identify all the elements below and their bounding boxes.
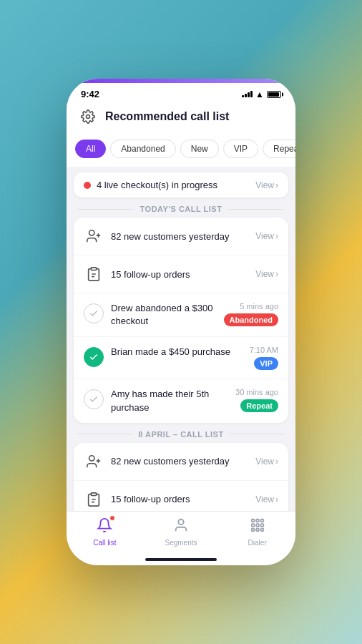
filter-chip-all[interactable]: All [75, 140, 106, 158]
brian-call-item: Brian made a $450 purchase 7:10 AM VIP [74, 337, 288, 379]
drew-item-title: Drew abandoned a $300 checkout [111, 302, 217, 328]
svg-rect-16 [260, 519, 263, 522]
nav-item-dialer[interactable]: Dialer [219, 517, 295, 547]
new-customers-view-link[interactable]: View› [255, 231, 278, 241]
live-indicator-dot [84, 182, 91, 189]
gear-icon[interactable] [78, 107, 98, 127]
nav-call-list-label: Call list [93, 539, 116, 547]
amy-badge: Repeat [240, 399, 278, 412]
signal-icon [242, 91, 253, 97]
april-follow-up-text: 15 follow-up orders [111, 494, 248, 504]
svg-rect-10 [91, 493, 96, 496]
nav-segments-label: Segments [165, 539, 197, 547]
amy-item-content: Amy has made their 5th purchase [111, 388, 228, 414]
april-new-customers-view-link[interactable]: View› [255, 457, 278, 467]
april-person-add-icon [84, 452, 104, 472]
april-new-customers-row: 82 new customers yesterday View› [74, 443, 288, 481]
amy-item-meta: 30 mins ago Repeat [235, 388, 278, 412]
filter-chip-vip[interactable]: VIP [223, 140, 258, 158]
svg-point-0 [87, 115, 90, 119]
battery-icon [267, 91, 281, 98]
live-left: 4 live checkout(s) in progress [84, 180, 217, 190]
dialpad-icon [250, 517, 265, 537]
amy-check-circle[interactable] [84, 389, 104, 409]
new-customers-text: 82 new customers yesterday [111, 231, 248, 242]
amy-call-item: Amy has made their 5th purchase 30 mins … [74, 379, 288, 422]
follow-up-orders-text: 15 follow-up orders [111, 269, 248, 280]
status-time: 9:42 [81, 89, 99, 99]
today-call-list-card: 82 new customers yesterday View› 15 foll… [74, 218, 288, 423]
svg-rect-15 [256, 519, 259, 522]
scroll-content: 4 live checkout(s) in progress View › TO… [67, 167, 295, 511]
svg-rect-21 [256, 529, 259, 532]
live-checkout-text: 4 live checkout(s) in progress [97, 180, 217, 190]
follow-up-orders-row: 15 follow-up orders View› [74, 255, 288, 293]
clipboard-icon [84, 264, 104, 284]
person-icon [173, 517, 189, 537]
bottom-nav: Call list Segments [67, 511, 295, 555]
april-follow-up-view-link[interactable]: View› [255, 494, 278, 504]
filter-chip-abandoned[interactable]: Abandoned [110, 140, 175, 158]
svg-rect-14 [251, 519, 254, 522]
person-add-icon [84, 226, 104, 246]
svg-point-13 [178, 519, 183, 525]
filter-chip-new[interactable]: New [180, 140, 219, 158]
filter-chip-repeat[interactable]: Repeat [263, 140, 295, 158]
header: Recommended call list [67, 102, 295, 134]
amy-item-title: Amy has made their 5th purchase [111, 388, 228, 414]
brian-badge: VIP [254, 357, 278, 370]
status-icons: ▲ [242, 89, 281, 99]
april-clipboard-icon [84, 489, 104, 509]
notification-badge [109, 515, 115, 521]
brian-item-title: Brian made a $450 purchase [111, 346, 243, 358]
nav-item-segments[interactable]: Segments [143, 517, 220, 547]
drew-item-meta: 5 mins ago Abandoned [224, 302, 279, 326]
live-checkout-banner: 4 live checkout(s) in progress View › [74, 172, 288, 197]
follow-up-view-link[interactable]: View› [255, 269, 278, 279]
live-view-link[interactable]: View › [255, 180, 278, 190]
wifi-icon: ▲ [255, 89, 264, 99]
phone-frame: 9:42 ▲ Recommended call list All Aban [67, 79, 295, 565]
svg-rect-4 [91, 268, 96, 270]
amy-item-time: 30 mins ago [235, 388, 278, 396]
brian-item-content: Brian made a $450 purchase [111, 346, 243, 358]
april-call-list-card: 82 new customers yesterday View› 15 foll… [74, 443, 288, 511]
status-bar: 9:42 ▲ [67, 83, 295, 102]
svg-rect-17 [251, 524, 254, 527]
page-title: Recommended call list [105, 110, 229, 123]
home-indicator [67, 555, 295, 565]
brian-check-circle[interactable] [84, 347, 104, 367]
svg-rect-19 [260, 524, 263, 527]
svg-rect-18 [256, 524, 259, 527]
svg-rect-20 [251, 529, 254, 532]
today-section-label: TODAY'S CALL LIST [67, 205, 295, 213]
nav-dialer-label: Dialer [248, 539, 267, 547]
nav-item-call-list[interactable]: Call list [67, 517, 143, 547]
new-customers-row: 82 new customers yesterday View› [74, 218, 288, 255]
drew-check-circle[interactable] [84, 303, 104, 323]
drew-call-item: Drew abandoned a $300 checkout 5 mins ag… [74, 293, 288, 337]
brian-item-meta: 7:10 AM VIP [250, 346, 278, 370]
drew-badge: Abandoned [224, 313, 279, 326]
april-follow-up-row: 15 follow-up orders View› [74, 481, 288, 511]
brian-item-time: 7:10 AM [250, 346, 278, 354]
svg-point-7 [89, 456, 94, 461]
april-new-customers-text: 82 new customers yesterday [111, 456, 248, 467]
svg-point-1 [89, 230, 94, 235]
drew-item-content: Drew abandoned a $300 checkout [111, 302, 217, 328]
drew-item-time: 5 mins ago [240, 302, 278, 311]
bell-icon [97, 517, 112, 537]
filter-bar: All Abandoned New VIP Repeat [67, 134, 295, 167]
svg-rect-22 [260, 529, 263, 532]
april-section-label: 8 APRIL – CALL LIST [67, 430, 295, 439]
home-bar [145, 558, 217, 561]
